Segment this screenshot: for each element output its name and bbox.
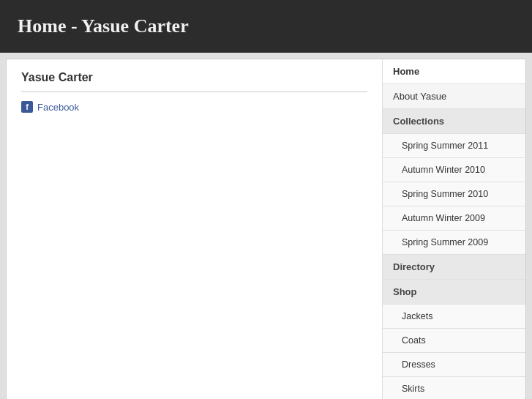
sidebar-item-collections: Collections xyxy=(383,109,525,134)
sidebar-nav: Home About Yasue Collections Spring Summ… xyxy=(383,59,525,399)
sidebar-item-skirts[interactable]: Skirts xyxy=(383,377,525,399)
sidebar-item-directory: Directory xyxy=(383,255,525,280)
sidebar-item-about[interactable]: About Yasue xyxy=(383,84,525,109)
facebook-label: Facebook xyxy=(37,102,79,113)
content-divider xyxy=(21,92,367,92)
sidebar-item-shop: Shop xyxy=(383,280,525,305)
sidebar-item-jackets[interactable]: Jackets xyxy=(383,305,525,329)
sidebar-item-autumn-winter-2009[interactable]: Autumn Winter 2009 xyxy=(383,206,525,231)
content-title: Yasue Carter xyxy=(21,71,367,84)
sidebar-item-home[interactable]: Home xyxy=(383,59,525,84)
page-wrapper: Yasue Carter f Facebook Home About Yasue… xyxy=(6,59,526,399)
page-header: Home - Yasue Carter xyxy=(0,0,532,53)
facebook-link[interactable]: f Facebook xyxy=(21,101,367,113)
main-content: Yasue Carter f Facebook xyxy=(7,59,383,399)
facebook-icon: f xyxy=(21,101,33,113)
sidebar-item-spring-summer-2011[interactable]: Spring Summer 2011 xyxy=(383,134,525,158)
page-title: Home - Yasue Carter xyxy=(18,15,189,37)
sidebar-item-dresses[interactable]: Dresses xyxy=(383,353,525,377)
sidebar-item-spring-summer-2009[interactable]: Spring Summer 2009 xyxy=(383,231,525,255)
sidebar-item-spring-summer-2010[interactable]: Spring Summer 2010 xyxy=(383,182,525,206)
sidebar-item-autumn-winter-2010[interactable]: Autumn Winter 2010 xyxy=(383,158,525,182)
sidebar-item-coats[interactable]: Coats xyxy=(383,329,525,353)
